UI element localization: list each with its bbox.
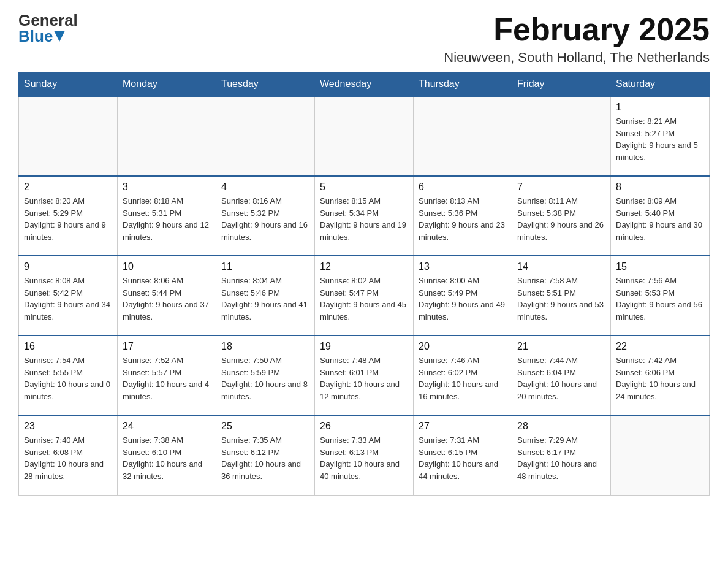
day-header-tuesday: Tuesday: [216, 72, 315, 97]
day-info: Sunrise: 8:02 AMSunset: 5:47 PMDaylight:…: [320, 275, 408, 323]
day-number: 26: [320, 421, 408, 432]
svg-marker-0: [54, 31, 65, 42]
day-number: 6: [419, 182, 507, 193]
day-info: Sunrise: 8:00 AMSunset: 5:49 PMDaylight:…: [419, 275, 507, 323]
day-header-sunday: Sunday: [19, 72, 118, 97]
day-number: 9: [24, 261, 112, 272]
day-number: 23: [24, 421, 112, 432]
calendar-day: 19Sunrise: 7:48 AMSunset: 6:01 PMDayligh…: [315, 335, 414, 415]
day-number: 14: [517, 261, 605, 272]
calendar-day: 21Sunrise: 7:44 AMSunset: 6:04 PMDayligh…: [512, 335, 611, 415]
day-info: Sunrise: 8:15 AMSunset: 5:34 PMDaylight:…: [320, 195, 408, 243]
day-info: Sunrise: 7:29 AMSunset: 6:17 PMDaylight:…: [517, 434, 605, 482]
day-number: 7: [517, 182, 605, 193]
day-number: 19: [320, 341, 408, 352]
logo-blue: Blue: [18, 28, 53, 44]
day-info: Sunrise: 7:46 AMSunset: 6:02 PMDaylight:…: [419, 354, 507, 402]
month-title: February 2025: [444, 12, 710, 47]
calendar-week-row: 23Sunrise: 7:40 AMSunset: 6:08 PMDayligh…: [19, 415, 710, 495]
calendar-week-row: 1Sunrise: 8:21 AMSunset: 5:27 PMDaylight…: [19, 96, 710, 176]
day-number: 27: [419, 421, 507, 432]
calendar-day: [611, 415, 710, 495]
day-number: 3: [123, 182, 211, 193]
calendar-day: 17Sunrise: 7:52 AMSunset: 5:57 PMDayligh…: [118, 335, 216, 415]
page-header: General Blue February 2025 Nieuwveen, So…: [18, 12, 710, 66]
calendar-day: 18Sunrise: 7:50 AMSunset: 5:59 PMDayligh…: [216, 335, 315, 415]
day-header-monday: Monday: [118, 72, 216, 97]
day-info: Sunrise: 7:48 AMSunset: 6:01 PMDaylight:…: [320, 354, 408, 402]
calendar-day: [216, 96, 315, 176]
calendar-day: 25Sunrise: 7:35 AMSunset: 6:12 PMDayligh…: [216, 415, 315, 495]
calendar-day: 10Sunrise: 8:06 AMSunset: 5:44 PMDayligh…: [118, 256, 216, 335]
calendar-day: 7Sunrise: 8:11 AMSunset: 5:38 PMDaylight…: [512, 176, 611, 256]
calendar-day: 24Sunrise: 7:38 AMSunset: 6:10 PMDayligh…: [118, 415, 216, 495]
day-number: 8: [616, 182, 704, 193]
calendar-header-row: SundayMondayTuesdayWednesdayThursdayFrid…: [19, 72, 710, 97]
calendar-week-row: 2Sunrise: 8:20 AMSunset: 5:29 PMDaylight…: [19, 176, 710, 256]
calendar-week-row: 9Sunrise: 8:08 AMSunset: 5:42 PMDaylight…: [19, 256, 710, 335]
day-info: Sunrise: 7:31 AMSunset: 6:15 PMDaylight:…: [419, 434, 507, 482]
day-info: Sunrise: 8:09 AMSunset: 5:40 PMDaylight:…: [616, 195, 704, 243]
day-info: Sunrise: 7:58 AMSunset: 5:51 PMDaylight:…: [517, 275, 605, 323]
day-info: Sunrise: 8:04 AMSunset: 5:46 PMDaylight:…: [221, 275, 309, 323]
calendar-day: [414, 96, 512, 176]
calendar-day: 27Sunrise: 7:31 AMSunset: 6:15 PMDayligh…: [414, 415, 512, 495]
calendar-day: 22Sunrise: 7:42 AMSunset: 6:06 PMDayligh…: [611, 335, 710, 415]
day-number: 2: [24, 182, 112, 193]
calendar-day: 4Sunrise: 8:16 AMSunset: 5:32 PMDaylight…: [216, 176, 315, 256]
day-number: 20: [419, 341, 507, 352]
day-info: Sunrise: 7:52 AMSunset: 5:57 PMDaylight:…: [123, 354, 211, 402]
day-info: Sunrise: 8:20 AMSunset: 5:29 PMDaylight:…: [24, 195, 112, 243]
calendar-day: 9Sunrise: 8:08 AMSunset: 5:42 PMDaylight…: [19, 256, 118, 335]
day-number: 10: [123, 261, 211, 272]
day-number: 13: [419, 261, 507, 272]
calendar-day: 26Sunrise: 7:33 AMSunset: 6:13 PMDayligh…: [315, 415, 414, 495]
calendar-day: 1Sunrise: 8:21 AMSunset: 5:27 PMDaylight…: [611, 96, 710, 176]
calendar-day: 8Sunrise: 8:09 AMSunset: 5:40 PMDaylight…: [611, 176, 710, 256]
day-header-wednesday: Wednesday: [315, 72, 414, 97]
calendar-day: 13Sunrise: 8:00 AMSunset: 5:49 PMDayligh…: [414, 256, 512, 335]
day-number: 18: [221, 341, 309, 352]
calendar-day: [118, 96, 216, 176]
calendar-day: 11Sunrise: 8:04 AMSunset: 5:46 PMDayligh…: [216, 256, 315, 335]
day-number: 25: [221, 421, 309, 432]
day-info: Sunrise: 8:06 AMSunset: 5:44 PMDaylight:…: [123, 275, 211, 323]
calendar-day: 3Sunrise: 8:18 AMSunset: 5:31 PMDaylight…: [118, 176, 216, 256]
calendar-day: [512, 96, 611, 176]
calendar-day: 23Sunrise: 7:40 AMSunset: 6:08 PMDayligh…: [19, 415, 118, 495]
day-number: 15: [616, 261, 704, 272]
day-info: Sunrise: 7:38 AMSunset: 6:10 PMDaylight:…: [123, 434, 211, 482]
day-info: Sunrise: 7:50 AMSunset: 5:59 PMDaylight:…: [221, 354, 309, 402]
calendar-day: [19, 96, 118, 176]
calendar-day: [315, 96, 414, 176]
day-info: Sunrise: 7:42 AMSunset: 6:06 PMDaylight:…: [616, 354, 704, 402]
day-header-friday: Friday: [512, 72, 611, 97]
day-info: Sunrise: 7:56 AMSunset: 5:53 PMDaylight:…: [616, 275, 704, 323]
calendar-day: 12Sunrise: 8:02 AMSunset: 5:47 PMDayligh…: [315, 256, 414, 335]
logo-general: General: [18, 12, 78, 28]
day-header-saturday: Saturday: [611, 72, 710, 97]
title-block: February 2025 Nieuwveen, South Holland, …: [444, 12, 710, 66]
day-number: 16: [24, 341, 112, 352]
day-info: Sunrise: 7:40 AMSunset: 6:08 PMDaylight:…: [24, 434, 112, 482]
calendar-day: 15Sunrise: 7:56 AMSunset: 5:53 PMDayligh…: [611, 256, 710, 335]
day-info: Sunrise: 7:44 AMSunset: 6:04 PMDaylight:…: [517, 354, 605, 402]
day-number: 4: [221, 182, 309, 193]
day-number: 22: [616, 341, 704, 352]
day-info: Sunrise: 8:21 AMSunset: 5:27 PMDaylight:…: [616, 115, 704, 163]
day-number: 12: [320, 261, 408, 272]
day-number: 5: [320, 182, 408, 193]
calendar-day: 20Sunrise: 7:46 AMSunset: 6:02 PMDayligh…: [414, 335, 512, 415]
day-info: Sunrise: 8:08 AMSunset: 5:42 PMDaylight:…: [24, 275, 112, 323]
calendar-day: 28Sunrise: 7:29 AMSunset: 6:17 PMDayligh…: [512, 415, 611, 495]
day-number: 17: [123, 341, 211, 352]
day-info: Sunrise: 7:33 AMSunset: 6:13 PMDaylight:…: [320, 434, 408, 482]
calendar-week-row: 16Sunrise: 7:54 AMSunset: 5:55 PMDayligh…: [19, 335, 710, 415]
logo-triangle-icon: [54, 31, 65, 42]
calendar-day: 5Sunrise: 8:15 AMSunset: 5:34 PMDaylight…: [315, 176, 414, 256]
logo: General Blue: [18, 12, 78, 44]
day-number: 11: [221, 261, 309, 272]
calendar-table: SundayMondayTuesdayWednesdayThursdayFrid…: [18, 72, 710, 496]
day-info: Sunrise: 7:35 AMSunset: 6:12 PMDaylight:…: [221, 434, 309, 482]
day-number: 28: [517, 421, 605, 432]
